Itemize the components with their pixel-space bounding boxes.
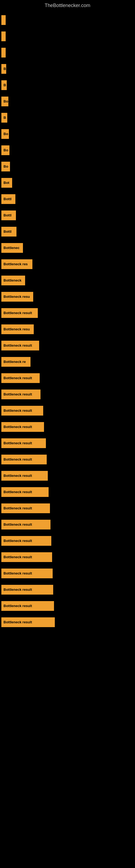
bar-row: Bottleneck result [1,420,134,434]
bar-row: Bo [1,143,134,158]
bar-row: Bottleneck result [1,485,134,499]
bar-row: Bottleneck resu [1,289,134,304]
site-title: TheBottlenecker.com [0,0,135,10]
bar-label: Bottleneck result [1,585,53,595]
bar-row: Bottleneck result [1,338,134,353]
bar-label: Bottleneck resu [1,324,34,334]
bar-label [1,48,6,58]
bar-row: Bottleneck [1,273,134,288]
bar-label: B [1,64,6,74]
bar-label: Bottleneck result [1,601,54,611]
bar-row: Bo [1,126,134,141]
bar-row: Bottleneck result [1,305,134,320]
bar-row: Bottleneck re [1,354,134,369]
bar-row: Bottleneck result [1,550,134,564]
bar-row: Bottleneck result [1,582,134,597]
bar-label: B [1,80,7,90]
bar-label: Bottl [1,227,16,237]
bar-label: Bottleneck [1,276,25,285]
bar-row [1,12,134,27]
bar-label: Bo [1,129,9,139]
bar-row: Bottl [1,191,134,207]
bar-row [1,29,134,44]
bar-label: Bottleneck result [1,422,44,432]
bar-row: B [1,110,134,125]
bar-row: Bo [1,94,134,109]
bar-row: Bottleneck res [1,257,134,272]
bar-label: Bottlenec [1,243,23,253]
bar-row: Bottleneck result [1,371,134,385]
bar-row: Bottlenec [1,240,134,255]
bar-label: Bottleneck resu [1,292,33,302]
bar-row [1,45,134,60]
bar-row: Bottleneck result [1,403,134,418]
bar-row: Bottleneck result [1,598,134,613]
bar-row: Bottleneck result [1,501,134,516]
bar-label: Bottleneck result [1,406,43,415]
bar-label [1,15,6,25]
bar-label: Bottleneck result [1,438,46,448]
bar-row: Bottleneck result [1,452,134,467]
bar-label: Bottl [1,194,15,204]
bar-label [1,31,6,41]
bars-container: BBBoBBoBoBoBotBottlBottlBottlBottlenecBo… [0,10,135,633]
bar-label: Bottleneck result [1,455,47,464]
bar-label: Bottleneck result [1,308,38,318]
bar-label: Bottleneck result [1,471,48,480]
bar-label: Bo [1,162,10,172]
bar-label: Bottleneck result [1,487,49,497]
bar-label: Bottleneck result [1,373,40,383]
bar-row: Bo [1,159,134,174]
bar-row: B [1,61,134,76]
bar-label: B [1,113,7,123]
bar-label: Bottleneck result [1,390,41,399]
bar-label: Bottleneck result [1,617,55,627]
bar-row: Bottleneck result [1,615,134,629]
bar-label: Bottleneck result [1,568,53,578]
bar-row: B [1,78,134,93]
bar-row: Bottl [1,208,134,223]
bar-row: Bottleneck result [1,436,134,451]
bar-label: Bottl [1,211,16,220]
bar-label: Bottleneck result [1,341,39,350]
bar-row: Bottl [1,224,134,239]
bar-label: Bottleneck result [1,503,50,513]
bar-label: Bot [1,178,12,188]
bar-row: Bot [1,175,134,190]
bar-label: Bottleneck result [1,520,50,529]
bar-label: Bo [1,145,9,155]
bar-row: Bottleneck result [1,566,134,581]
bar-row: Bottleneck result [1,533,134,548]
bar-row: Bottleneck result [1,517,134,532]
bar-label: Bo [1,97,8,106]
bar-row: Bottleneck result [1,468,134,483]
bar-label: Bottleneck result [1,552,52,562]
bar-row: Bottleneck resu [1,322,134,337]
bar-label: Bottleneck result [1,536,51,546]
bar-label: Bottleneck re [1,357,31,367]
bar-row: Bottleneck result [1,387,134,402]
bar-label: Bottleneck res [1,259,32,269]
